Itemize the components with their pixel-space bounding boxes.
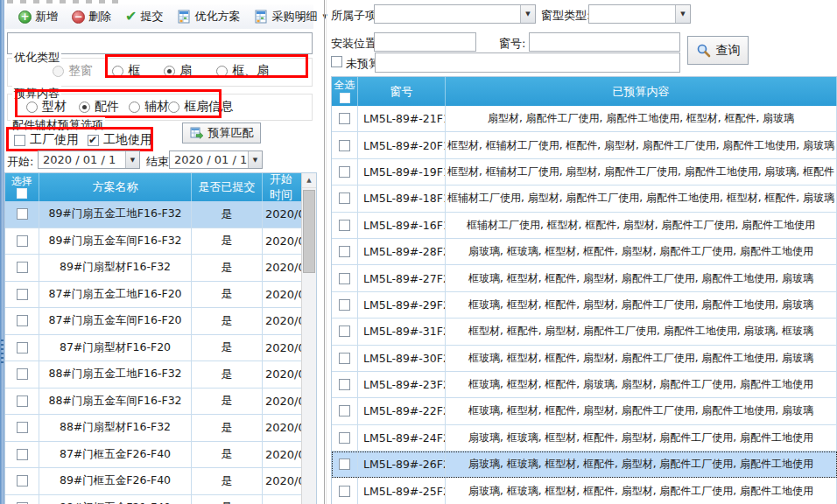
row-checkbox[interactable] bbox=[339, 379, 350, 390]
row-checkbox[interactable] bbox=[339, 353, 350, 364]
window-table-row[interactable]: LM5L-89#-24F22 扇玻璃, 框玻璃, 框型材, 框配件, 扇型材, … bbox=[332, 425, 837, 452]
optimize-plan-button[interactable]: 优化方案 bbox=[172, 5, 244, 28]
plan-submitted-cell: 是 bbox=[192, 335, 263, 362]
window-table-row[interactable]: LM5L-89#-31F29 框型材, 框配件, 扇型材, 扇配件工厂使用, 扇… bbox=[332, 318, 837, 345]
window-table-row[interactable]: LM5L-89#-18F16 框辅材工厂使用, 扇型材, 扇配件工厂使用, 扇配… bbox=[332, 186, 837, 212]
row-checkbox[interactable] bbox=[17, 422, 28, 433]
row-checkbox[interactable] bbox=[17, 396, 28, 407]
plan-table-row[interactable]: 87#门扇型材F16-F20 是 2020/0 bbox=[5, 335, 303, 362]
start-time-header[interactable]: 开始时间 bbox=[263, 173, 303, 201]
window-table-row[interactable]: LM5L-89#-19F17 框型材, 框辅材工厂使用, 扇型材, 扇配件工厂使… bbox=[332, 159, 837, 186]
row-checkbox[interactable] bbox=[17, 449, 28, 460]
minus-circle-icon: − bbox=[72, 10, 85, 24]
plan-table-row[interactable]: 88#门框五金F21-F40 是 2020/0 bbox=[5, 495, 303, 504]
window-table-row[interactable]: LM5L-89#-21F19 扇型材, 扇配件工厂使用, 扇配件工地使用, 框型… bbox=[332, 106, 837, 132]
row-checkbox[interactable] bbox=[17, 262, 28, 273]
plan-table-row[interactable]: 89#门扇型材F16-F32 是 2020/0 bbox=[5, 255, 303, 282]
submitted-header[interactable]: 是否已提交 bbox=[192, 173, 263, 201]
window-type-select[interactable]: ▼ bbox=[588, 4, 691, 24]
chevron-down-icon[interactable]: ▼ bbox=[125, 151, 139, 168]
row-checkbox[interactable] bbox=[17, 342, 28, 354]
row-checkbox[interactable] bbox=[17, 368, 28, 380]
row-checkbox[interactable] bbox=[339, 166, 350, 178]
select-all-checkbox[interactable] bbox=[17, 188, 27, 199]
checkbox-site-use[interactable]: 工地使用 bbox=[88, 132, 152, 148]
row-checkbox[interactable] bbox=[339, 113, 350, 124]
row-checkbox[interactable] bbox=[17, 208, 28, 220]
unbudgeted-checkbox[interactable] bbox=[331, 56, 342, 67]
radio-sash[interactable]: 扇 bbox=[164, 63, 192, 79]
panel-splitter[interactable] bbox=[324, 0, 325, 504]
add-button[interactable]: + 新增 bbox=[14, 5, 62, 28]
end-date-picker[interactable]: 2020 / 01 / 13 ▼ bbox=[169, 150, 263, 169]
window-table-row[interactable]: LM5L-89#-29F27 框玻璃, 框型材, 框配件, 扇型材, 扇配件工厂… bbox=[332, 292, 837, 318]
plan-name-cell: 88#门扇五金工地F16-F32 bbox=[39, 361, 192, 388]
row-checkbox[interactable] bbox=[339, 299, 350, 311]
row-checkbox[interactable] bbox=[17, 315, 28, 326]
scroll-up-icon[interactable]: ▲ bbox=[302, 173, 316, 188]
plan-table-row[interactable]: 88#门扇五金车间F16-F32 是 2020/0 bbox=[5, 388, 303, 416]
radio-accessory[interactable]: 配件 bbox=[79, 99, 119, 115]
plan-table-row[interactable]: 88#门扇五金工地F16-F32 是 2020/0 bbox=[5, 361, 303, 388]
radio-frame[interactable]: 框 bbox=[112, 63, 140, 79]
radio-frame-sash-info[interactable]: 框扇信息 bbox=[168, 99, 233, 115]
window-no-column-header[interactable]: 窗号 bbox=[358, 77, 446, 106]
budgeted-content-cell: 扇型材, 扇配件工厂使用, 扇配件工地使用, 框型材, 框配件, 扇玻璃 bbox=[446, 106, 837, 132]
delete-button[interactable]: − 删除 bbox=[67, 5, 116, 28]
plus-circle-icon: + bbox=[18, 10, 32, 24]
row-checkbox[interactable] bbox=[17, 475, 28, 486]
radio-frame-sash[interactable]: 框、扇 bbox=[216, 63, 269, 79]
plan-table-row[interactable]: 88#门扇型材F16-F32 是 2020/0 bbox=[5, 415, 303, 442]
plan-name-header[interactable]: 方案名称 bbox=[39, 173, 192, 201]
window-table-row[interactable]: LM5L-89#-16F15 框辅材工厂使用, 框型材, 框配件, 扇型材, 扇… bbox=[332, 213, 837, 239]
row-checkbox[interactable] bbox=[339, 140, 350, 151]
budgeted-content-column-header[interactable]: 已预算内容 bbox=[446, 77, 837, 106]
query-button[interactable]: 查询 bbox=[687, 36, 749, 65]
row-checkbox[interactable] bbox=[339, 192, 350, 204]
window-table-row[interactable]: LM5L-89#-28F26 扇玻璃, 框玻璃, 框型材, 框配件, 扇型材, … bbox=[332, 239, 837, 265]
plan-table-scrollbar[interactable]: ▲ bbox=[301, 173, 316, 504]
window-table-row[interactable]: LM5L-89#-25F23 扇玻璃, 框玻璃, 框型材, 框配件, 扇型材, … bbox=[332, 478, 837, 504]
row-checkbox[interactable] bbox=[339, 405, 350, 416]
purchase-detail-button[interactable]: 采购明细 ▼ bbox=[250, 5, 331, 28]
plan-table-row[interactable]: 89#门扇五金车间F16-F32 是 2020/0 bbox=[5, 228, 303, 256]
window-table-row[interactable]: LM5L-89#-23F21 框玻璃, 框型材, 框配件, 扇玻璃, 扇型材, … bbox=[332, 372, 837, 398]
row-checkbox[interactable] bbox=[339, 458, 350, 470]
plan-table-row[interactable]: 87#门扇五金车间F16-F20 是 2020/0 bbox=[5, 308, 303, 335]
chevron-down-icon[interactable]: ▼ bbox=[520, 5, 535, 23]
chevron-down-icon[interactable]: ▼ bbox=[675, 5, 690, 23]
window-table-row[interactable]: LM5L-89#-26F24 扇玻璃, 框玻璃, 框型材, 框配件, 扇型材, … bbox=[332, 452, 837, 478]
plan-table-row[interactable]: 89#门框五金F26-F40 是 2020/0 bbox=[5, 468, 303, 495]
chevron-down-icon: ▼ bbox=[299, 16, 304, 21]
scrollbar-thumb[interactable] bbox=[303, 190, 315, 273]
submit-button[interactable]: ✔ 提交 bbox=[121, 5, 167, 28]
plan-table-row[interactable]: 89#门扇五金工地F16-F32 是 2020/0 bbox=[5, 201, 303, 228]
install-position-input[interactable] bbox=[374, 32, 476, 52]
chevron-down-icon[interactable]: ▼ bbox=[248, 151, 262, 168]
window-table-row[interactable]: LM5L-89#-20F18 框型材, 框辅材工厂使用, 框配件, 扇型材, 扇… bbox=[332, 132, 837, 158]
row-checkbox[interactable] bbox=[339, 432, 350, 444]
select-all-checkbox[interactable] bbox=[340, 93, 350, 103]
budget-match-button[interactable]: 预算匹配 bbox=[182, 122, 261, 144]
window-table-row[interactable]: LM5L-89#-27F25 框玻璃, 框型材, 框配件, 扇型材, 扇配件工厂… bbox=[332, 265, 837, 291]
plan-table-row[interactable]: 87#门扇五金工地F16-F20 是 2020/0 bbox=[5, 282, 303, 309]
radio-auxiliary[interactable]: 辅材 bbox=[129, 99, 169, 115]
plan-table-row[interactable]: 87#门框五金F26-F40 是 2020/0 bbox=[5, 442, 303, 469]
radio-profile[interactable]: 型材 bbox=[26, 99, 67, 115]
row-checkbox-cell bbox=[332, 265, 358, 291]
row-checkbox[interactable] bbox=[339, 220, 350, 231]
start-date-picker[interactable]: 2020 / 01 / 1 ▼ bbox=[38, 150, 140, 169]
row-checkbox[interactable] bbox=[339, 486, 350, 497]
unbudgeted-input[interactable] bbox=[375, 52, 680, 73]
window-no-input[interactable] bbox=[529, 32, 680, 52]
row-checkbox[interactable] bbox=[17, 289, 28, 300]
checkbox-factory-use[interactable]: 工厂使用 bbox=[14, 132, 79, 148]
row-checkbox[interactable] bbox=[339, 273, 350, 284]
row-checkbox[interactable] bbox=[339, 246, 350, 257]
row-checkbox[interactable] bbox=[339, 326, 350, 337]
window-table-row[interactable]: LM5L-89#-22F20 框玻璃, 框型材, 框配件, 扇型材, 扇配件工厂… bbox=[332, 398, 837, 424]
row-checkbox[interactable] bbox=[17, 235, 28, 247]
window-table-row[interactable]: LM5L-89#-30F28 框玻璃, 框型材, 框配件, 扇型材, 扇配件工厂… bbox=[332, 346, 837, 372]
toolbar-overflow-button[interactable]: ▼ bbox=[294, 9, 308, 26]
sub-item-select[interactable]: ▼ bbox=[374, 4, 536, 24]
